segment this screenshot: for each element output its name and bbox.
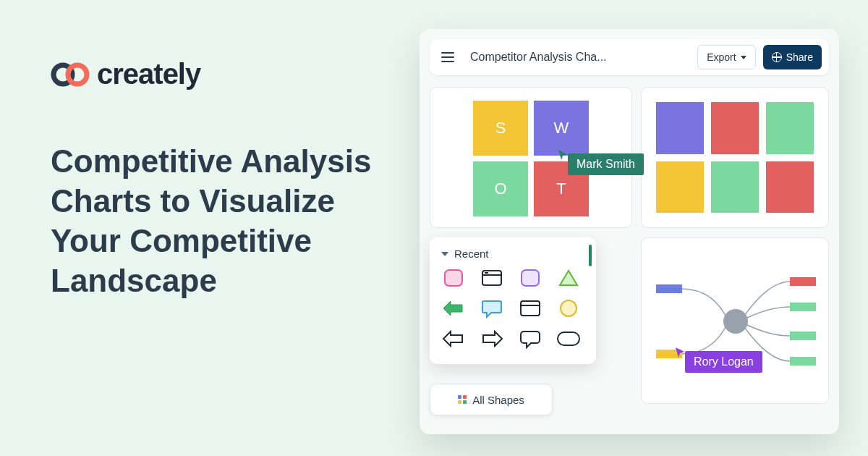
svg-point-16 — [561, 300, 576, 316]
grid-cell — [711, 102, 759, 154]
app-toolbar: Competitor Analysis Cha... Export Share — [430, 39, 829, 75]
color-grid-template-card[interactable] — [641, 87, 829, 228]
shape-rounded-square-pink[interactable] — [441, 267, 466, 289]
shape-pill[interactable] — [556, 328, 581, 350]
grid-cell — [766, 102, 814, 154]
menu-icon[interactable] — [437, 46, 459, 68]
export-button[interactable]: Export — [697, 45, 755, 69]
svg-rect-3 — [656, 284, 682, 293]
globe-icon — [772, 52, 782, 62]
shape-triangle[interactable] — [556, 267, 581, 289]
brand-mark-icon — [51, 62, 90, 87]
chevron-down-icon — [741, 56, 746, 59]
page-headline: Competitive Analysis Charts to Visualize… — [51, 141, 383, 300]
svg-rect-5 — [790, 277, 816, 286]
collaborator-badge: Mark Smith — [568, 153, 644, 175]
svg-rect-17 — [558, 332, 579, 345]
shape-speech-bubble[interactable] — [480, 297, 504, 319]
collaborator-name: Mark Smith — [576, 158, 635, 171]
shape-card-alt[interactable] — [518, 297, 542, 319]
svg-rect-7 — [790, 332, 816, 340]
shapes-section-label: Recent — [454, 248, 489, 260]
collaborator-badge: Rory Logan — [685, 351, 762, 373]
grid-cell — [711, 161, 759, 214]
collaborator-cursor-icon — [674, 346, 686, 360]
app-preview: Competitor Analysis Cha... Export Share … — [420, 29, 839, 434]
shape-arrow-left-outline[interactable] — [441, 328, 466, 350]
shape-arrow-left-green[interactable] — [441, 297, 466, 319]
all-shapes-label: All Shapes — [472, 394, 524, 406]
all-shapes-button[interactable]: All Shapes — [430, 384, 553, 415]
share-button[interactable]: Share — [763, 45, 822, 69]
svg-rect-8 — [790, 357, 816, 366]
shapes-section-header[interactable]: Recent — [441, 248, 584, 260]
scrollbar-thumb[interactable] — [589, 245, 592, 266]
share-label: Share — [786, 51, 813, 63]
export-label: Export — [707, 51, 736, 63]
grid-cell — [656, 102, 704, 154]
collaborator-cursor-icon — [557, 148, 569, 163]
grid-cell — [656, 161, 704, 214]
shape-arrow-right-outline[interactable] — [480, 328, 504, 350]
svg-point-2 — [723, 309, 748, 334]
svg-rect-13 — [522, 270, 539, 286]
shape-card[interactable] — [480, 267, 504, 289]
grid-cell — [766, 161, 814, 214]
shape-speech-bubble-outline[interactable] — [518, 328, 542, 350]
brand-logo: creately — [51, 58, 383, 90]
svg-rect-14 — [521, 301, 540, 316]
grid-dots-icon — [458, 395, 467, 404]
collaborator-name: Rory Logan — [694, 355, 754, 368]
shapes-panel: Recent — [430, 237, 596, 364]
svg-rect-6 — [790, 303, 816, 311]
shape-circle-yellow[interactable] — [556, 297, 581, 319]
document-title[interactable]: Competitor Analysis Cha... — [466, 51, 690, 64]
mindmap-template-card[interactable] — [641, 237, 829, 404]
chevron-down-icon — [441, 252, 448, 256]
brand-name: creately — [97, 58, 200, 90]
swot-s-cell: S — [473, 101, 528, 156]
shape-rounded-square-purple[interactable] — [518, 267, 542, 289]
swot-o-cell: O — [473, 161, 528, 216]
swot-w-cell: W — [534, 101, 589, 156]
svg-rect-9 — [445, 270, 462, 286]
